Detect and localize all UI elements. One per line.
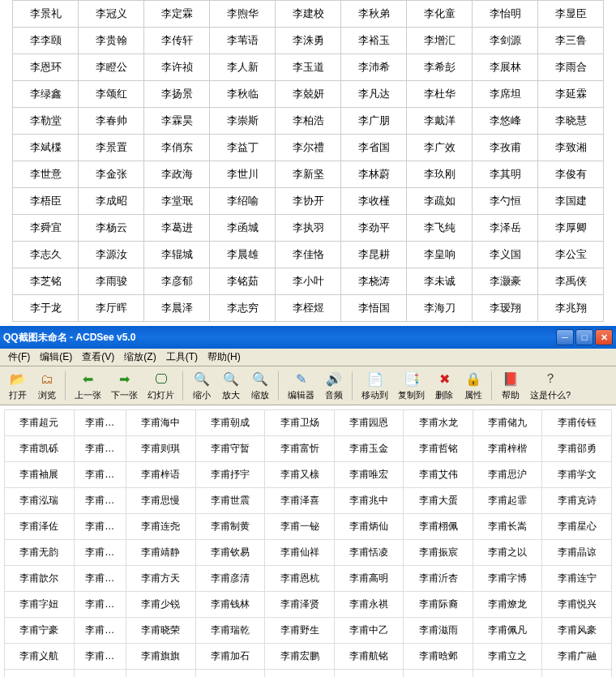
toolbar-separator: [352, 371, 353, 401]
name-cell: 李皇响: [407, 242, 473, 268]
name-cell: 李堂珉: [144, 188, 210, 215]
name-cell: 李甫传钰: [542, 410, 612, 436]
name-cell: 李志穷: [210, 295, 276, 322]
name-cell: 李甫恩杭: [265, 566, 335, 592]
tool-放大[interactable]: 🔍放大: [216, 369, 246, 403]
name-cell: 李甫钦易: [195, 540, 265, 566]
tool-下一张[interactable]: ➡下一张: [106, 369, 143, 403]
tool-缩小[interactable]: 🔍缩小: [187, 369, 216, 403]
tool-浏览[interactable]: 🗂浏览: [32, 369, 62, 403]
name-cell: 李甫海中: [126, 410, 196, 436]
name-cell: 李甫子宪: [265, 670, 335, 678]
name-cell: 李煦华: [210, 1, 276, 28]
name-cell: 李孜甫: [473, 135, 538, 161]
name-cell: 李新坚: [276, 161, 341, 188]
menu-t[interactable]: 工具(T): [161, 349, 203, 366]
name-cell: 李甫旗旗: [126, 644, 196, 670]
tool-缩放[interactable]: 🔍缩放: [246, 369, 275, 403]
tool-编辑器[interactable]: ✎编辑器: [283, 369, 319, 403]
name-cell: 李甫…: [74, 488, 126, 514]
name-cell: 李建校: [276, 1, 341, 28]
name-cell: 李甫大蛋: [404, 488, 473, 514]
tool-label: 这是什么?: [530, 389, 571, 401]
tool-label: 下一张: [111, 389, 138, 401]
menu-f[interactable]: 件(F): [3, 349, 35, 366]
name-cell: 李小叶: [276, 268, 341, 295]
menu-v[interactable]: 查看(V): [77, 349, 119, 366]
name-cell: 李甫泓瑞: [5, 488, 75, 514]
name-cell: 李甫梓楷: [473, 436, 542, 462]
name-cell: 李甫唯宏: [334, 462, 404, 488]
name-cell: 李甫广融: [542, 644, 612, 670]
name-cell: 李定霖: [144, 1, 210, 28]
name-cell: 李甫制黄: [195, 514, 265, 540]
tool-复制到[interactable]: 📑复制到: [393, 369, 430, 403]
name-cell: 李甫方天: [126, 566, 196, 592]
name-cell: 李人新: [210, 54, 276, 81]
toolbar-separator: [65, 371, 66, 401]
name-cell: 李甫袖展: [5, 462, 75, 488]
name-cell: 李甫又榇: [265, 462, 335, 488]
tool-label: 缩放: [251, 389, 269, 401]
name-cell: 李尔禮: [276, 135, 341, 161]
name-cell: 李甫…: [74, 618, 126, 644]
name-cell: 李佳恪: [276, 242, 341, 268]
window-buttons: ─ □ ✕: [556, 329, 613, 345]
name-cell: 李益丁: [210, 135, 276, 161]
name-cell: 李景置: [79, 135, 144, 161]
name-cell: 李甫守暂: [195, 436, 265, 462]
tool-这是什么?[interactable]: ？这是什么?: [525, 369, 575, 403]
name-cell: 李显臣: [538, 1, 604, 28]
tool-label: 移动到: [361, 389, 388, 401]
name-cell: 李甫…: [74, 514, 126, 540]
name-cell: 李甫储九: [473, 410, 542, 436]
name-cell: 李三鲁: [538, 28, 604, 54]
name-cell: 李甫永祺: [334, 592, 404, 618]
toolbar: 📂打开🗂浏览⬅上一张➡下一张🖵幻灯片🔍缩小🔍放大🔍缩放✎编辑器🔊音频📄移动到📑复…: [0, 366, 616, 405]
name-cell: 李收槿: [341, 188, 407, 215]
name-cell: 李甫高明: [334, 566, 404, 592]
del-icon: ✖: [435, 371, 453, 388]
name-cell: 李甫卫炀: [265, 410, 335, 436]
name-cell: 李希彭: [407, 54, 473, 81]
name-cell: 李义国: [473, 242, 538, 268]
window-title: QQ截图未命名 - ACDSee v5.0: [3, 331, 556, 345]
name-cell: 李甫际裔: [404, 592, 473, 618]
tool-label: 复制到: [398, 389, 425, 401]
name-cell: 李甫钱林: [195, 592, 265, 618]
tool-帮助[interactable]: 📕帮助: [496, 369, 525, 403]
name-cell: 李甫星心: [542, 514, 612, 540]
name-cell: 李绍喻: [210, 188, 276, 215]
name-cell: 李甫哲铭: [404, 436, 473, 462]
menu-e[interactable]: 编辑(E): [35, 349, 77, 366]
name-cell: 李甫佩凡: [473, 618, 542, 644]
tool-幻灯片[interactable]: 🖵幻灯片: [143, 369, 179, 403]
name-cell: 李凡达: [341, 81, 407, 108]
tool-属性[interactable]: 🔒属性: [459, 369, 488, 403]
name-cell: 李甫字博: [473, 566, 542, 592]
menu-z[interactable]: 缩放(Z): [119, 349, 160, 366]
name-cell: 李甫…: [74, 540, 126, 566]
name-cell: 李舜宜: [13, 215, 79, 242]
tool-label: 音频: [325, 389, 343, 401]
menu-h[interactable]: 帮助(H): [203, 349, 246, 366]
tool-删除[interactable]: ✖删除: [430, 369, 459, 403]
name-cell: 李甫起霏: [473, 488, 542, 514]
name-cell: 李甫瑞乾: [195, 618, 265, 644]
tool-移动到[interactable]: 📄移动到: [357, 369, 393, 403]
maximize-button[interactable]: □: [575, 329, 593, 345]
name-cell: 李芝铭: [13, 268, 79, 295]
name-cell: 李劲平: [341, 215, 407, 242]
close-button[interactable]: ✕: [595, 329, 613, 345]
tool-打开[interactable]: 📂打开: [3, 369, 32, 403]
name-table-bottom: 李甫超元李甫…李甫海中李甫朝成李甫卫炀李甫园恩李甫水龙李甫储九李甫传钰李甫凯砾李…: [4, 409, 612, 677]
name-cell: 李国建: [538, 188, 604, 215]
name-cell: 李甫仙祥: [265, 540, 335, 566]
name-cell: 李省国: [341, 135, 407, 161]
tool-音频[interactable]: 🔊音频: [319, 369, 349, 403]
slide-icon: 🖵: [152, 371, 170, 388]
name-cell: 李泽岳: [473, 215, 538, 242]
name-cell: 李政海: [144, 161, 210, 188]
tool-上一张[interactable]: ⬅上一张: [70, 369, 106, 403]
minimize-button[interactable]: ─: [556, 329, 574, 345]
